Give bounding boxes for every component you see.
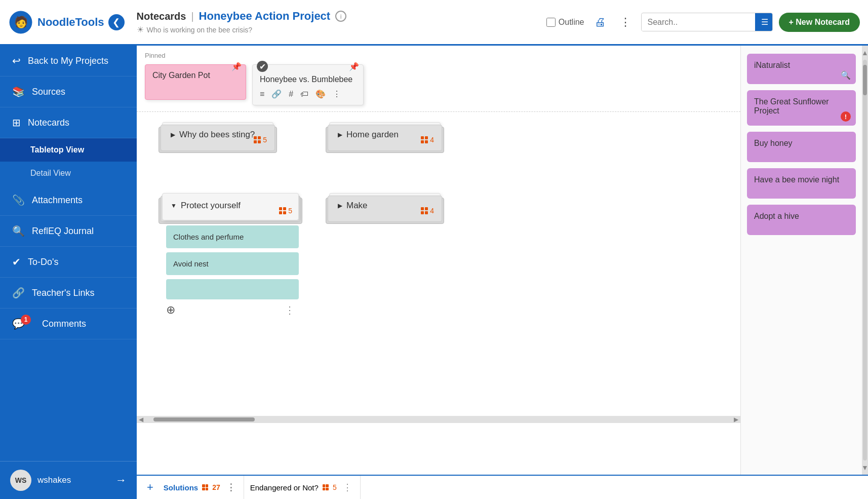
expand-button-bees[interactable]: ▶ xyxy=(171,131,175,138)
home-garden-title: Home garden xyxy=(346,130,399,140)
sidebar-item-detail[interactable]: Detail View xyxy=(0,162,137,185)
stack-card-protect: ▼ Protect yourself 5 Clothes and per xyxy=(162,193,299,317)
purple-card-buy-honey[interactable]: Buy honey xyxy=(747,132,856,162)
logo-area: 🧑 NoodleTools ❮ xyxy=(8,10,125,35)
subcard-avoid-nest[interactable]: Avoid nest xyxy=(166,252,299,275)
protect-card-controls: ⊕ ⋮ xyxy=(162,299,299,317)
tabletop-scroll[interactable]: Pinned 📌 City Garden Pot ✔ 📌 Honeybee vs… xyxy=(137,46,740,475)
logo-icon: 🧑 xyxy=(8,10,33,35)
add-tab-button[interactable]: + xyxy=(143,481,157,494)
protect-more-button[interactable]: ⋮ xyxy=(285,304,295,316)
subcard-clothes[interactable]: Clothes and perfume xyxy=(166,225,299,248)
back-icon: ↩ xyxy=(12,55,21,67)
pinned-section: Pinned 📌 City Garden Pot ✔ 📌 Honeybee vs… xyxy=(137,46,740,112)
outline-toggle[interactable]: Outline xyxy=(546,18,584,27)
more-icon[interactable]: ⋮ xyxy=(333,89,341,99)
username: wshakes xyxy=(37,475,109,485)
link-icon[interactable]: 🔗 xyxy=(271,89,282,99)
sidebar-item-todos[interactable]: ✔ To-Do's xyxy=(0,247,137,278)
sidebar-item-attachments[interactable]: 📎 Attachments xyxy=(0,185,137,216)
new-notecard-button[interactable]: + New Notecard xyxy=(779,13,860,32)
outline-checkbox-input[interactable] xyxy=(546,18,556,27)
expand-button-home[interactable]: ▶ xyxy=(338,131,342,138)
notecards-icon: ⊞ xyxy=(12,117,21,129)
stack-card-bees-sting[interactable]: ▶ Why do bees sting? 5 xyxy=(162,122,273,149)
h-scroll-thumb[interactable] xyxy=(153,417,255,421)
home-garden-count-val: 4 xyxy=(430,136,434,144)
sidebar-item-teachers[interactable]: 🔗 Teacher's Links xyxy=(0,278,137,309)
h-scroll-right-arrow[interactable]: ▶ xyxy=(734,416,738,423)
nav-collapse-button[interactable]: ❮ xyxy=(108,14,125,30)
subcard-extra[interactable] xyxy=(166,279,299,299)
tag-icon[interactable]: 🏷 xyxy=(300,90,308,99)
tab-solutions[interactable]: Solutions 27 ⋮ xyxy=(157,476,244,499)
solutions-tab-more[interactable]: ⋮ xyxy=(224,482,238,493)
notecard-actions: ≡ 🔗 # 🏷 🎨 ⋮ xyxy=(260,89,356,99)
stack-card-make[interactable]: ▶ Make 4 xyxy=(329,193,441,220)
purple-card-sunflower[interactable]: The Great Sunflower Project ! xyxy=(747,90,856,126)
layers-icon[interactable]: ≡ xyxy=(260,90,264,99)
more-options-button[interactable]: ⋮ xyxy=(616,14,635,31)
tab-endangered-count: 5 xyxy=(333,483,337,491)
pinned-cards: 📌 City Garden Pot ✔ 📌 Honeybee vs. Bumbl… xyxy=(145,64,732,105)
tab-endangered[interactable]: Endangered or Not? 5 ⋮ xyxy=(244,476,361,499)
purple-card-inaturalist[interactable]: iNaturalist 🔍 xyxy=(747,54,856,84)
attachments-icon: 📎 xyxy=(12,194,25,206)
add-subcard-button[interactable]: ⊕ xyxy=(166,303,175,317)
scroll-up-arrow[interactable]: ▲ xyxy=(861,49,868,57)
pin-icon-2: 📌 xyxy=(349,62,359,71)
sidebar-item-comments[interactable]: 💬 1 Comments xyxy=(0,309,137,339)
sidebar-item-comments-label: Comments xyxy=(42,319,86,329)
inaturalist-title: iNaturalist xyxy=(754,61,790,69)
sidebar-item-todos-label: To-Do's xyxy=(28,257,58,267)
sidebar-item-refleq[interactable]: 🔍 ReflEQ Journal xyxy=(0,216,137,247)
logout-button[interactable]: → xyxy=(115,474,127,487)
grid-icon-2 xyxy=(421,136,428,143)
hash-icon[interactable]: # xyxy=(289,90,293,99)
breadcrumb-project[interactable]: Honeybee Action Project xyxy=(199,10,331,23)
purple-card-adopt-hive[interactable]: Adopt a hive xyxy=(747,205,856,235)
tab-solutions-icon xyxy=(202,484,208,490)
vertical-scrollbar[interactable]: ▲ ▼ xyxy=(862,46,868,475)
expand-button-make[interactable]: ▶ xyxy=(338,202,342,209)
grid-icon xyxy=(254,136,261,143)
sidebar-item-sources[interactable]: 📚 Sources xyxy=(0,76,137,107)
buy-honey-title: Buy honey xyxy=(754,139,793,147)
project-subtitle: Who is working on the bee crisis? xyxy=(147,26,253,34)
protect-count-val: 5 xyxy=(288,207,292,215)
breadcrumb-notecards: Notecards xyxy=(137,11,186,22)
city-garden-title: City Garden Pot xyxy=(152,71,210,80)
pinned-card-honeybee[interactable]: ✔ 📌 Honeybee vs. Bumblebee ≡ 🔗 # 🏷 🎨 ⋮ xyxy=(252,64,364,105)
header-actions: Outline 🖨 ⋮ ☰ + New Notecard xyxy=(546,13,860,32)
sidebar-item-back[interactable]: ↩ Back to My Projects xyxy=(0,46,137,76)
home-garden-count: 4 xyxy=(421,136,434,144)
sidebar-item-tabletop[interactable]: Tabletop View xyxy=(0,138,137,162)
scroll-down-arrow[interactable]: ▼ xyxy=(861,464,868,472)
expand-button-protect[interactable]: ▼ xyxy=(171,202,177,209)
search-container: ☰ xyxy=(641,13,773,31)
purple-card-bee-movie[interactable]: Have a bee movie night xyxy=(747,168,856,199)
content-area: Pinned 📌 City Garden Pot ✔ 📌 Honeybee vs… xyxy=(137,46,868,499)
h-scroll-left-arrow[interactable]: ◀ xyxy=(139,416,143,423)
pinned-card-city-garden[interactable]: 📌 City Garden Pot xyxy=(145,64,246,100)
palette-icon[interactable]: 🎨 xyxy=(315,89,326,99)
main-layout: ↩ Back to My Projects 📚 Sources ⊞ Noteca… xyxy=(0,46,868,499)
endangered-tab-more[interactable]: ⋮ xyxy=(341,482,354,493)
search-input[interactable] xyxy=(642,14,755,31)
outline-label: Outline xyxy=(559,18,584,27)
scroll-track[interactable] xyxy=(863,60,867,460)
bee-movie-title: Have a bee movie night xyxy=(754,175,839,184)
print-button[interactable]: 🖨 xyxy=(590,14,610,31)
cards-canvas: ▶ Why do bees sting? 5 ▶ Home garden xyxy=(137,112,740,416)
stack-card-home-garden[interactable]: ▶ Home garden 4 xyxy=(329,122,441,149)
breadcrumb-divider: | xyxy=(191,11,193,22)
info-icon[interactable]: i xyxy=(335,11,346,22)
grid-icon-3 xyxy=(279,207,286,214)
scroll-thumb[interactable] xyxy=(863,65,867,95)
horizontal-scrollbar[interactable]: ◀ ▶ xyxy=(137,416,740,423)
bottom-tab-bar: + Solutions 27 ⋮ Endangered or Not? 5 ⋮ xyxy=(137,475,868,499)
search-filter-button[interactable]: ☰ xyxy=(755,13,773,31)
sidebar-item-notecards[interactable]: ⊞ Notecards xyxy=(0,107,137,138)
adopt-hive-title: Adopt a hive xyxy=(754,212,799,220)
sidebar: ↩ Back to My Projects 📚 Sources ⊞ Noteca… xyxy=(0,46,137,499)
